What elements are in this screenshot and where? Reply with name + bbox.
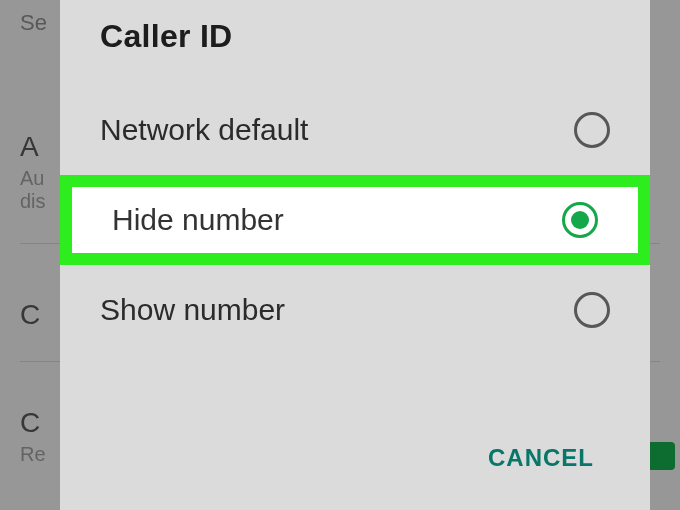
cancel-button[interactable]: CANCEL <box>472 436 610 480</box>
option-label: Network default <box>100 113 308 147</box>
option-label: Hide number <box>112 203 284 237</box>
option-label: Show number <box>100 293 285 327</box>
radio-icon <box>574 112 610 148</box>
radio-icon-selected <box>562 202 598 238</box>
radio-icon <box>574 292 610 328</box>
dialog-actions: CANCEL <box>60 416 650 510</box>
dialog-title: Caller ID <box>60 0 650 85</box>
options-list: Network default Hide number Show number <box>60 85 650 416</box>
option-show-number[interactable]: Show number <box>60 265 650 355</box>
caller-id-dialog: Caller ID Network default Hide number Sh… <box>60 0 650 510</box>
option-network-default[interactable]: Network default <box>60 85 650 175</box>
option-hide-number[interactable]: Hide number <box>60 175 650 265</box>
